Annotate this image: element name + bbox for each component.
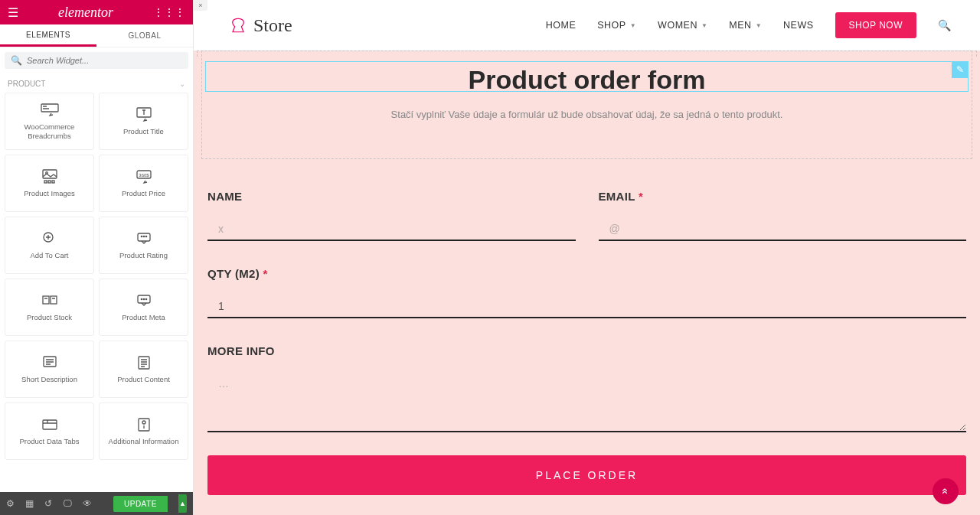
widget-label: Additional Information [106, 437, 182, 445]
short-desc-icon [41, 355, 59, 370]
site-logo[interactable]: Store [227, 15, 292, 36]
search-input[interactable] [27, 56, 182, 65]
stock-icon [41, 293, 59, 308]
responsive-icon[interactable]: 🖵 [63, 498, 72, 509]
widget-additional-information[interactable]: Additional Information [99, 403, 188, 460]
update-caret[interactable]: ▲ [178, 494, 187, 513]
widget-product-images[interactable]: Product Images [5, 155, 94, 212]
widget-label: Add To Cart [28, 251, 72, 259]
chevron-down-icon: ▼ [630, 22, 636, 29]
update-button[interactable]: UPDATE [113, 496, 168, 512]
site-logo-text: Store [253, 15, 292, 36]
elementor-logo: elementor [58, 5, 113, 21]
widget-product-price[interactable]: 360$ Product Price [99, 155, 188, 212]
svg-point-13 [145, 236, 146, 236]
widget-label: Product Price [119, 189, 168, 197]
svg-point-18 [143, 298, 144, 299]
svg-rect-14 [43, 296, 49, 304]
menu-icon[interactable]: ☰ [8, 5, 18, 20]
preview-canvas[interactable]: × Store HOME SHOP▼ WOMEN▼ MEN▼ NEWS SHOP… [194, 0, 980, 515]
widget-search[interactable]: 🔍 [5, 52, 188, 69]
svg-rect-15 [51, 296, 57, 304]
svg-rect-5 [48, 181, 51, 183]
svg-rect-22 [43, 420, 57, 429]
content-icon [135, 355, 153, 370]
svg-rect-2 [43, 170, 57, 178]
search-icon[interactable]: 🔍 [938, 19, 951, 31]
logo-icon [227, 15, 249, 36]
email-input[interactable] [599, 218, 967, 241]
nav-shop[interactable]: SHOP▼ [597, 20, 636, 31]
edit-widget-icon[interactable]: ✎ [952, 61, 969, 78]
form-title: Product order form [202, 57, 972, 95]
widget-label: Product Images [21, 189, 78, 197]
svg-rect-0 [41, 104, 58, 112]
email-label: EMAIL * [599, 190, 967, 203]
close-icon[interactable]: × [194, 0, 207, 11]
preview-icon[interactable]: 👁 [83, 498, 92, 509]
svg-point-17 [141, 298, 142, 299]
category-product[interactable]: PRODUCT ⌄ [0, 73, 193, 91]
widget-product-meta[interactable]: Product Meta [99, 279, 188, 336]
svg-point-11 [141, 236, 142, 236]
field-name: NAME [207, 190, 576, 241]
history-icon[interactable]: ↺ [44, 498, 52, 509]
qty-input[interactable] [207, 295, 966, 318]
more-info-textarea[interactable] [207, 373, 966, 432]
heading-section[interactable]: ✎ Product order form Stačí vyplniť Vaše … [201, 51, 972, 159]
widget-label: Product Content [114, 375, 173, 383]
scroll-to-top-button[interactable]: « [933, 478, 959, 504]
widget-product-stock[interactable]: Product Stock [5, 279, 94, 336]
widget-short-description[interactable]: Short Description [5, 341, 94, 398]
cart-icon [41, 231, 59, 246]
widget-woocommerce-breadcrumbs[interactable]: WooCommerce Breadcrumbs [5, 93, 94, 150]
form-subtitle: Stačí vyplniť Vaše údaje a formulár už b… [202, 109, 972, 120]
order-form: NAME EMAIL * QTY (M2) * MORE INFO [201, 159, 972, 503]
meta-icon [135, 293, 153, 308]
apps-icon[interactable]: ⋮⋮⋮ [153, 6, 185, 18]
widget-product-data-tabs[interactable]: Product Data Tabs [5, 403, 94, 460]
svg-rect-4 [44, 181, 47, 183]
widget-label: Product Stock [24, 313, 75, 321]
name-input[interactable] [207, 218, 576, 241]
place-order-button[interactable]: PLACE ORDER [207, 455, 966, 495]
widgets-list: WooCommerce Breadcrumbs Product Title Pr… [0, 91, 193, 492]
widget-product-content[interactable]: Product Content [99, 341, 188, 398]
widget-label: WooCommerce Breadcrumbs [5, 122, 93, 140]
nav-men[interactable]: MEN▼ [729, 20, 762, 31]
settings-icon[interactable]: ⚙ [6, 498, 15, 509]
field-email: EMAIL * [599, 190, 967, 241]
widget-label: Product Title [120, 127, 167, 135]
widget-product-title[interactable]: Product Title [99, 93, 188, 150]
rating-icon [135, 231, 153, 246]
svg-point-19 [145, 298, 146, 299]
widget-label: Product Data Tabs [17, 437, 83, 445]
site-nav: HOME SHOP▼ WOMEN▼ MEN▼ NEWS SHOP NOW 🔍 [546, 12, 951, 38]
breadcrumbs-icon [41, 103, 59, 118]
required-marker: * [639, 190, 643, 203]
category-label: PRODUCT [8, 80, 45, 88]
qty-label: QTY (M2) * [207, 267, 966, 280]
nav-home[interactable]: HOME [546, 20, 577, 31]
title-icon [135, 107, 153, 122]
site-header: Store HOME SHOP▼ WOMEN▼ MEN▼ NEWS SHOP N… [194, 0, 980, 51]
more-info-label: MORE INFO [207, 344, 966, 357]
widget-label: Short Description [18, 375, 80, 383]
tab-elements[interactable]: ELEMENTS [0, 24, 96, 47]
tab-global[interactable]: GLOBAL [96, 24, 193, 47]
navigator-icon[interactable]: ▦ [25, 498, 34, 509]
svg-point-24 [142, 421, 145, 424]
field-more-info: MORE INFO [207, 344, 966, 432]
info-icon [135, 417, 153, 432]
tabs-icon [41, 417, 59, 432]
images-icon [41, 169, 59, 184]
chevron-up-icon: « [939, 488, 952, 494]
widget-add-to-cart[interactable]: Add To Cart [5, 217, 94, 274]
panel-tabs: ELEMENTS GLOBAL [0, 24, 193, 47]
shop-now-button[interactable]: SHOP NOW [835, 12, 916, 38]
widget-product-rating[interactable]: Product Rating [99, 217, 188, 274]
svg-rect-6 [52, 181, 54, 183]
nav-women[interactable]: WOMEN▼ [658, 20, 707, 31]
nav-news[interactable]: NEWS [783, 20, 814, 31]
svg-point-12 [143, 236, 144, 236]
